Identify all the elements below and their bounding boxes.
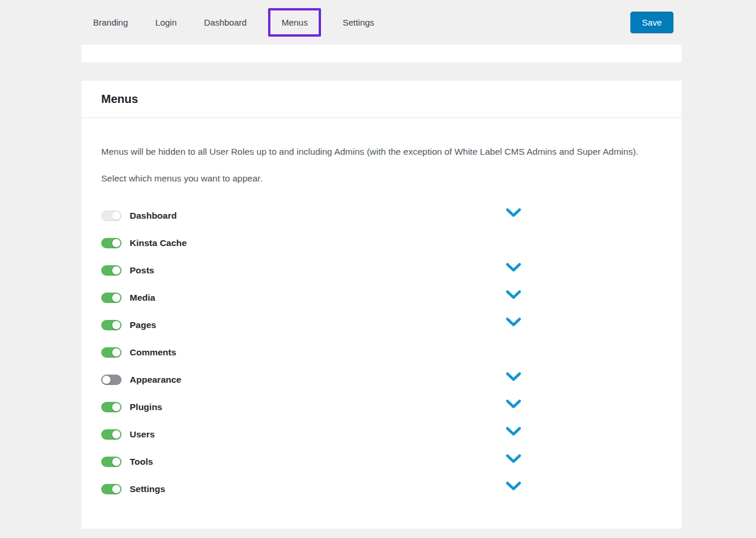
tab-branding[interactable]: Branding (87, 17, 134, 27)
panel-instruction: Select which menus you want to appear. (101, 170, 657, 187)
toggle-knob (112, 485, 120, 493)
posts-toggle[interactable] (101, 265, 122, 276)
menu-row-users: Users (101, 421, 662, 448)
chevron-down-icon[interactable] (506, 290, 521, 300)
menu-row-tools: Tools (101, 448, 662, 475)
menu-label: Posts (130, 265, 506, 276)
panel-description: Menus will be hidden to all User Roles u… (101, 144, 657, 160)
toggle-knob (112, 266, 120, 275)
pages-toggle[interactable] (101, 320, 122, 330)
save-button[interactable]: Save (630, 12, 673, 33)
dashboard-toggle[interactable] (101, 211, 122, 221)
menu-label: Pages (130, 320, 506, 330)
chevron-down-icon[interactable] (506, 372, 521, 382)
menu-label: Users (130, 429, 506, 440)
toggle-knob (112, 348, 120, 357)
menu-label: Kinsta Cache (130, 238, 506, 248)
menu-label: Dashboard (130, 211, 506, 221)
tab-dashboard[interactable]: Dashboard (198, 17, 252, 27)
media-toggle[interactable] (101, 293, 122, 303)
menu-row-plugins: Plugins (101, 393, 662, 421)
users-toggle[interactable] (101, 429, 122, 440)
toggle-knob (112, 430, 120, 439)
menu-label: Comments (130, 347, 506, 358)
menu-row-dashboard: Dashboard (101, 202, 662, 229)
menu-row-appearance: Appearance (101, 366, 662, 393)
tools-toggle[interactable] (101, 457, 122, 467)
menu-row-pages: Pages (101, 311, 662, 339)
menu-label: Media (130, 293, 506, 303)
chevron-down-icon[interactable] (506, 208, 521, 218)
tab-settings[interactable]: Settings (337, 17, 380, 27)
menu-label: Appearance (130, 375, 506, 385)
tab-login[interactable]: Login (149, 17, 183, 27)
chevron-down-icon[interactable] (506, 426, 521, 436)
menu-list: DashboardKinsta CachePostsMediaPagesComm… (101, 202, 662, 503)
nav-tabs: BrandingLoginDashboardMenusSettings (87, 8, 380, 37)
toggle-knob (112, 294, 120, 302)
toggle-knob (112, 321, 120, 329)
chevron-down-icon[interactable] (506, 317, 521, 327)
chevron-down-icon[interactable] (506, 399, 521, 409)
chevron-down-icon[interactable] (506, 262, 521, 272)
chevron-down-icon[interactable] (506, 454, 521, 464)
menu-row-posts: Posts (101, 256, 662, 284)
menu-label: Tools (130, 457, 506, 467)
menu-label: Plugins (130, 402, 506, 412)
toggle-knob (112, 239, 120, 247)
toggle-knob (102, 376, 110, 384)
panel-body: Menus will be hidden to all User Roles u… (81, 118, 682, 503)
chevron-down-icon[interactable] (506, 481, 521, 491)
menu-label: Settings (130, 484, 506, 494)
toggle-knob (112, 458, 120, 466)
plugins-toggle[interactable] (101, 402, 122, 412)
settings-toggle[interactable] (101, 484, 122, 494)
menu-row-settings: Settings (101, 475, 662, 503)
tab-menus[interactable]: Menus (268, 8, 321, 37)
toggle-knob (112, 403, 120, 411)
toggle-knob (112, 212, 120, 220)
menu-row-media: Media (101, 284, 662, 311)
panel-title: Menus (101, 92, 662, 106)
comments-toggle[interactable] (101, 347, 122, 358)
page: BrandingLoginDashboardMenusSettings Save… (0, 0, 756, 529)
menus-panel: Menus Menus will be hidden to all User R… (81, 81, 682, 529)
menu-row-kinsta-cache: Kinsta Cache (101, 229, 662, 256)
previous-panel-edge (81, 45, 682, 62)
appearance-toggle[interactable] (101, 375, 122, 385)
panel-header: Menus (81, 81, 682, 118)
top-navigation: BrandingLoginDashboardMenusSettings Save (0, 0, 756, 45)
kinsta-cache-toggle[interactable] (101, 238, 122, 248)
menu-row-comments: Comments (101, 339, 662, 366)
